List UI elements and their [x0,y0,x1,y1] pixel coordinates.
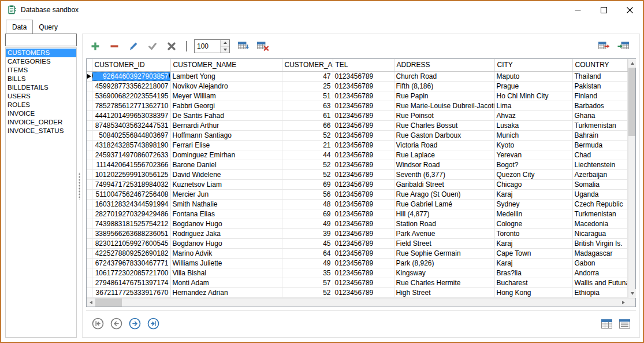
grid-cell[interactable]: Victoria Road [394,140,494,150]
grid-cell[interactable]: 0123456789 [333,189,394,199]
grid-cell[interactable]: Rue Gaston Darboux [394,130,494,140]
horizontal-scrollbar[interactable] [87,298,628,307]
grid-cell[interactable]: Marino Advik [170,248,282,258]
grid-cell[interactable]: Liechtenstein [572,160,628,169]
grid-cell[interactable]: 0123456789 [333,228,394,238]
previous-page-button[interactable] [110,318,122,330]
grid-cell[interactable]: 61 [282,110,333,120]
table-list[interactable]: CUSTOMERSCATEGORIESITEMSBILLSBILLDETAILS… [5,47,77,338]
grid-cell[interactable]: Kuznetsov Liam [170,179,282,189]
grid-cell[interactable]: Lima [494,101,572,110]
grid-cell[interactable]: Cape Town [494,248,572,258]
grid-cell[interactable]: Bermuda [572,140,628,150]
grid-cell[interactable]: 0123456789 [333,179,394,189]
grid-row[interactable]: 1603128324344591994Smith Nathalie4801234… [87,199,628,209]
sidebar-item-billdetails[interactable]: BILLDETAILS [6,83,76,92]
grid-cell[interactable]: 5369006822023554195 [92,91,170,101]
grid-cell[interactable]: Bucharest [494,278,572,287]
grid-cell[interactable]: Lambert Yong [170,71,282,81]
grid-cell[interactable]: Church Road [394,71,494,81]
grid-cell[interactable]: Rue Poinsot [394,110,494,120]
grid-row[interactable]: 2459371497086072633Dominguez Emirhan4401… [87,150,628,160]
grid-cell[interactable]: 64 [282,248,333,258]
scroll-right-button[interactable] [619,298,628,307]
grid-cell[interactable]: Chicago [494,179,572,189]
grid-cell[interactable]: 0123456789 [333,258,394,268]
horizontal-scroll-track[interactable] [122,298,619,307]
grid-cell[interactable]: 49 [282,258,333,268]
grid-cell[interactable]: 51 [282,91,333,101]
load-rows-button[interactable] [238,40,250,52]
grid-cell[interactable]: Thailand [572,71,628,81]
grid-cell[interactable]: Hill (4,877) [394,209,494,219]
grid-cell[interactable]: Prague [494,81,572,91]
grid-cell[interactable]: 25 [282,81,333,91]
grid-cell[interactable]: Hoffmann Santiago [170,130,282,140]
grid-row[interactable]: 5110047562467256408Mercier Jun5601234567… [87,189,628,199]
grid-cell[interactable]: Karaj [494,189,572,199]
grid-cell[interactable]: 92644603927903857 [92,71,170,81]
grid-cell[interactable]: 0123456789 [333,278,394,287]
sidebar-splitter[interactable] [77,34,82,338]
grid-cell[interactable]: 3389566263688236051 [92,228,170,238]
grid-cell[interactable]: 4441201499653038397 [92,110,170,120]
column-header-customer_name[interactable]: CUSTOMER_NAME [170,59,282,71]
spin-up-button[interactable] [221,40,229,47]
cancel-changes-button[interactable] [166,40,177,52]
grid-cell[interactable]: Cologne [494,219,572,228]
grid-cell[interactable]: 47 [282,71,333,81]
grid-cell[interactable]: 56 [282,189,333,199]
grid-cell[interactable]: Bras?lia [494,268,572,278]
grid-cell[interactable]: Uganda [572,189,628,199]
grid-row[interactable]: 3389566263688236051Rodriguez Jaka3901234… [87,228,628,238]
sidebar-item-users[interactable]: USERS [6,92,76,101]
scroll-down-button[interactable] [628,289,636,298]
grid-cell[interactable]: Garibaldi Street [394,179,494,189]
grid-cell[interactable]: 49 [282,219,333,228]
grid-cell[interactable]: Karaj [494,238,572,248]
grid-cell[interactable]: Park (8,926) [394,258,494,268]
grid-cell[interactable]: Wallis and Futuna [572,278,628,287]
grid-cell[interactable]: 1061772302085721700 [92,268,170,278]
grid-row[interactable]: 7499471725318984032Kuznetsov Liam6901234… [87,179,628,189]
scroll-left-button[interactable] [87,298,95,307]
grid-cell[interactable]: Turkmenistan [572,209,628,219]
grid-cell[interactable]: Rodriguez Jaka [170,228,282,238]
grid-cell[interactable]: 66 [282,120,333,130]
grid-cell[interactable]: Rue Charles Bossut [394,120,494,130]
grid-cell[interactable]: Bernardi Arthur [170,120,282,130]
grid-cell[interactable]: Fifth (8,186) [394,81,494,91]
grid-cell[interactable]: Park Avenue [394,228,494,238]
sidebar-item-customers[interactable]: CUSTOMERS [6,49,76,57]
sidebar-item-bills[interactable]: BILLS [6,75,76,83]
grid-cell[interactable]: Somalia [572,179,628,189]
sidebar-item-invoice[interactable]: INVOICE [6,109,76,118]
vertical-scroll-track[interactable] [628,136,635,289]
grid-cell[interactable]: 0123456789 [333,160,394,169]
grid-row[interactable]: 92644603927903857Lambert Yong47012345678… [87,71,628,81]
grid-cell[interactable]: 0123456789 [333,101,394,110]
grid-cell[interactable]: Hong Kong [494,287,572,297]
grid-row[interactable]: 5369006822023554195Meyer William51012345… [87,91,628,101]
sidebar-item-invoice_order[interactable]: INVOICE_ORDER [6,118,76,127]
grid-row[interactable]: 7439883181525754212Bogdanov Hugo49012345… [87,219,628,228]
grid-cell[interactable]: Barone Daniel [170,160,282,169]
grid-row[interactable]: 8230121059927600545Bogdanov Hugo45012345… [87,238,628,248]
grid-cell[interactable]: 35 [282,268,333,278]
grid-cell[interactable]: Turkmenistan [572,120,628,130]
grid-cell[interactable]: Kingsway [394,268,494,278]
grid-cell[interactable]: Ghana [572,110,628,120]
grid-cell[interactable]: 2794861476751397174 [92,278,170,287]
grid-cell[interactable]: Kyoto [494,140,572,150]
grid-cell[interactable]: 4225278809252690182 [92,248,170,258]
grid-cell[interactable]: Rue Gabriel Lamé [394,199,494,209]
grid-cell[interactable]: Novikov Alejandro [170,81,282,91]
grid-cell[interactable]: 0123456789 [333,199,394,209]
scroll-up-button[interactable] [628,59,636,68]
grid-cell[interactable]: 63 [282,101,333,110]
grid-cell[interactable]: 44 [282,150,333,160]
grid-cell[interactable]: Fabbri Georgi [170,101,282,110]
grid-cell[interactable]: Nicaragua [572,228,628,238]
grid-cell[interactable]: 8748534035632447531 [92,120,170,130]
grid-row[interactable]: 3672117725333917670Hernandez Adrian52012… [87,287,628,297]
